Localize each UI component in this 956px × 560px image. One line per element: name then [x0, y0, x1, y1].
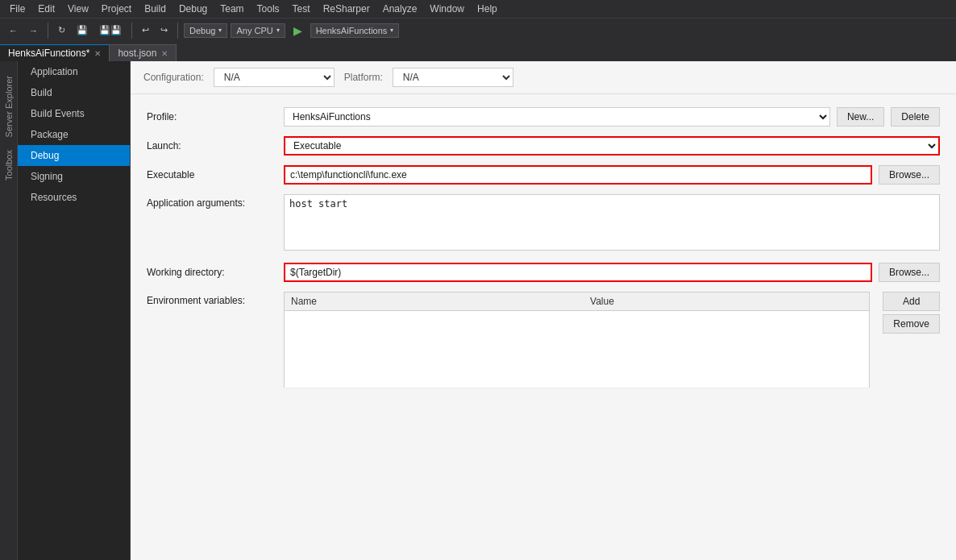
toolbar: ← → ↻ 💾 💾💾 ↩ ↪ Debug ▾ Any CPU ▾ ▶ Henks… [0, 18, 956, 42]
debug-dropdown-arrow: ▾ [218, 27, 222, 34]
toolbar-sep-2 [131, 23, 132, 39]
nav-debug[interactable]: Debug [18, 145, 130, 166]
new-btn[interactable]: New... [837, 107, 884, 127]
launch-select[interactable]: Executable [284, 136, 940, 156]
platform-select[interactable]: N/A [393, 68, 513, 87]
menu-team[interactable]: Team [214, 2, 250, 16]
platform-dropdown[interactable]: Any CPU ▾ [231, 23, 285, 38]
menu-debug[interactable]: Debug [172, 2, 214, 16]
refresh-btn[interactable]: ↻ [54, 23, 69, 38]
working-directory-label: Working directory: [147, 267, 284, 278]
menu-resharper[interactable]: ReSharper [317, 2, 376, 16]
toolbar-sep-3 [177, 23, 178, 39]
project-dropdown-arrow: ▾ [390, 27, 393, 34]
launch-row: Launch: Executable [147, 136, 940, 156]
menu-window[interactable]: Window [423, 2, 471, 16]
executable-label: Executable [147, 169, 284, 180]
working-directory-control: Browse... [284, 263, 940, 282]
tab-hostjson-close[interactable]: ✕ [161, 49, 168, 58]
env-variables-control: Name Value Add Remov [284, 292, 940, 388]
left-sidebar: Server Explorer Toolbox [0, 61, 18, 560]
forward-btn[interactable]: → [25, 23, 42, 38]
remove-btn[interactable]: Remove [883, 314, 940, 334]
debug-dropdown[interactable]: Debug ▾ [184, 23, 227, 38]
debug-label: Debug [189, 26, 215, 35]
redo-btn[interactable]: ↪ [156, 23, 172, 38]
profile-label: Profile: [147, 111, 284, 122]
menu-edit[interactable]: Edit [31, 2, 61, 16]
menu-analyze[interactable]: Analyze [376, 2, 424, 16]
profile-row: Profile: HenksAiFunctions New... Delete [147, 107, 940, 127]
server-explorer-tab[interactable]: Server Explorer [1, 69, 17, 143]
menu-tools[interactable]: Tools [251, 2, 286, 16]
save-btn[interactable]: 💾 [73, 23, 92, 38]
env-table-row [285, 311, 870, 388]
project-label: HenksAiFunctions [316, 26, 388, 35]
toolbox-tab[interactable]: Toolbox [1, 143, 17, 187]
tab-henksaifunctions-close[interactable]: ✕ [94, 49, 101, 58]
working-directory-row: Working directory: Browse... [147, 263, 940, 282]
browse-btn-2[interactable]: Browse... [879, 263, 940, 282]
configuration-select[interactable]: N/A [214, 68, 335, 87]
saveall-btn[interactable]: 💾💾 [95, 23, 126, 38]
config-bar: Configuration: N/A Platform: N/A [131, 61, 956, 94]
menu-project[interactable]: Project [95, 2, 138, 16]
env-name-col: Name [285, 292, 584, 311]
undo-btn[interactable]: ↩ [138, 23, 153, 38]
tab-henksaifunctions-label: HenksAiFunctions* [8, 48, 89, 59]
nav-package[interactable]: Package [18, 124, 130, 145]
tab-hostjson-label: host.json [118, 48, 156, 59]
content-area: Configuration: N/A Platform: N/A Profile… [131, 61, 956, 560]
browse-btn-1[interactable]: Browse... [879, 165, 940, 185]
nav-application[interactable]: Application [18, 61, 130, 82]
app-arguments-row: Application arguments: host start [147, 194, 940, 253]
nav-panel: Application Build Build Events Package D… [18, 61, 131, 560]
configuration-label: Configuration: [143, 72, 204, 83]
run-btn[interactable]: ▶ [289, 23, 307, 39]
menu-file[interactable]: File [3, 2, 31, 16]
nav-signing[interactable]: Signing [18, 166, 130, 187]
executable-row: Executable Browse... [147, 165, 940, 185]
menu-bar: File Edit View Project Build Debug Team … [0, 0, 956, 18]
menu-build[interactable]: Build [138, 2, 172, 16]
launch-control: Executable [284, 136, 940, 156]
nav-build-events[interactable]: Build Events [18, 103, 130, 124]
executable-control: Browse... [284, 165, 940, 185]
app-arguments-textarea[interactable]: host start [284, 194, 940, 251]
menu-help[interactable]: Help [471, 2, 504, 16]
add-btn[interactable]: Add [883, 292, 940, 311]
tab-hostjson[interactable]: host.json ✕ [110, 44, 177, 61]
platform-label: Any CPU [236, 26, 272, 35]
back-btn[interactable]: ← [5, 23, 22, 38]
nav-build[interactable]: Build [18, 82, 130, 103]
profile-select[interactable]: HenksAiFunctions [284, 107, 830, 127]
tab-henksaifunctions[interactable]: HenksAiFunctions* ✕ [0, 44, 110, 61]
main-layout: Server Explorer Toolbox Application Buil… [0, 61, 956, 560]
menu-view[interactable]: View [61, 2, 95, 16]
app-arguments-control: host start [284, 194, 940, 253]
env-value-col: Value [584, 292, 870, 311]
env-buttons: Add Remove [883, 292, 940, 334]
launch-label: Launch: [147, 140, 284, 151]
executable-input[interactable] [284, 165, 872, 185]
env-table: Name Value [284, 292, 870, 388]
env-variables-row: Environment variables: Name Value [147, 292, 940, 388]
platform-dropdown-arrow: ▾ [276, 27, 280, 34]
debug-form: Profile: HenksAiFunctions New... Delete … [131, 94, 956, 411]
menu-test[interactable]: Test [286, 2, 317, 16]
working-directory-input[interactable] [284, 263, 872, 282]
platform-label: Platform: [344, 72, 383, 83]
app-arguments-label: Application arguments: [147, 194, 284, 209]
tab-bar: HenksAiFunctions* ✕ host.json ✕ [0, 42, 956, 61]
env-variables-label: Environment variables: [147, 292, 284, 306]
delete-btn[interactable]: Delete [891, 107, 940, 127]
project-dropdown[interactable]: HenksAiFunctions ▾ [310, 23, 400, 38]
nav-resources[interactable]: Resources [18, 187, 130, 208]
toolbar-sep-1 [48, 23, 48, 39]
profile-select-wrap: HenksAiFunctions New... Delete [284, 107, 940, 127]
